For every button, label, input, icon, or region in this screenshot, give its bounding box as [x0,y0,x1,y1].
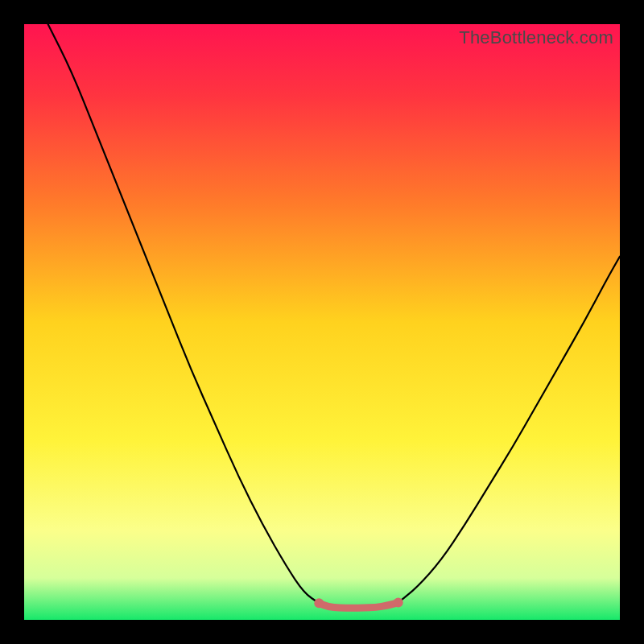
chart-frame: TheBottleneck.com [24,24,620,620]
watermark-text: TheBottleneck.com [459,27,613,48]
bottleneck-curve-chart [24,24,620,620]
